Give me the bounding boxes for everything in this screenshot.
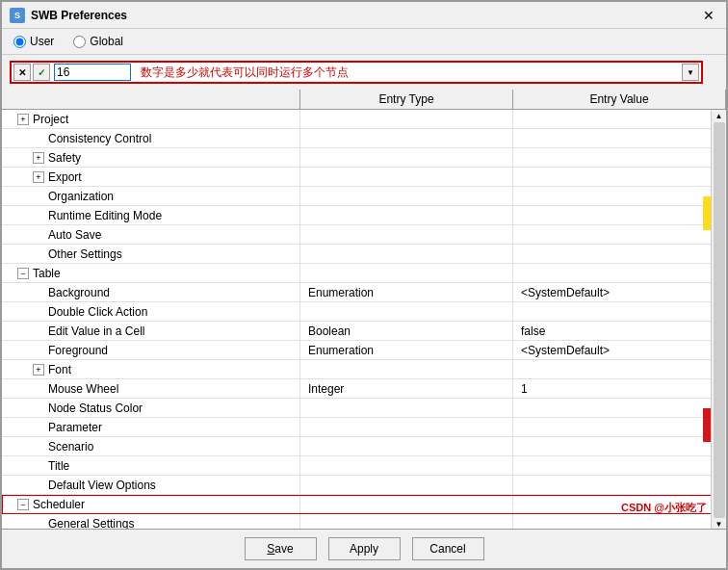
user-radio-option[interactable]: User [13, 35, 54, 48]
scope-selector: User Global [2, 29, 726, 55]
tree-cell-type: Integer [300, 379, 513, 398]
table-row[interactable]: Consistency Control [2, 129, 726, 148]
tree-cell-label[interactable]: Other Settings [2, 245, 300, 263]
tree-cell-value [513, 187, 726, 205]
tree-cell-label[interactable]: Background [2, 283, 300, 301]
cancel-search-button[interactable]: ✕ [13, 64, 31, 81]
table-row[interactable]: − Table [2, 264, 726, 283]
search-actions: ✕ ✓ [13, 64, 50, 81]
search-input[interactable] [54, 64, 131, 81]
table-row[interactable]: Auto Save [2, 225, 726, 245]
tree-cell-type [300, 245, 513, 263]
expand-icon[interactable]: − [17, 499, 29, 510]
tree-cell-label[interactable]: − Scheduler [2, 495, 300, 513]
table-row[interactable]: + Export [2, 168, 726, 187]
tree-cell-value [513, 168, 726, 186]
global-radio[interactable] [73, 36, 86, 48]
red-strip [703, 408, 711, 442]
apply-label: Apply [350, 542, 378, 556]
tree-cell-label[interactable]: Auto Save [2, 225, 300, 244]
expand-icon[interactable]: + [33, 152, 44, 164]
tree-cell-type: Enumeration [300, 341, 513, 359]
footer-buttons: Save Apply Cancel [2, 529, 726, 568]
table-row[interactable]: Background Enumeration <SystemDefault> [2, 283, 726, 302]
table-row[interactable]: Mouse Wheel Integer 1 [2, 379, 726, 399]
confirm-search-button[interactable]: ✓ [33, 64, 50, 81]
app-icon: S [10, 8, 25, 23]
tree-cell-label[interactable]: General Settings [2, 514, 300, 529]
tree-cell-label[interactable]: + Font [2, 360, 300, 378]
yellow-strip [703, 196, 711, 230]
tree-cell-value [513, 225, 726, 244]
expand-icon[interactable]: + [33, 171, 44, 183]
tree-cell-value: <SystemDefault> [513, 283, 726, 301]
tree-cell-label[interactable]: Consistency Control [2, 129, 300, 147]
col-name-header [2, 90, 300, 109]
expand-icon[interactable]: − [17, 268, 29, 279]
global-radio-option[interactable]: Global [73, 35, 123, 48]
table-row[interactable]: + Safety [2, 148, 726, 168]
scroll-down-button[interactable]: ▼ [715, 520, 723, 529]
tree-cell-type [300, 437, 513, 455]
tree-cell-type [300, 110, 513, 128]
tree-cell-label[interactable]: Mouse Wheel [2, 379, 300, 398]
table-row[interactable]: Other Settings [2, 245, 726, 264]
tree-cell-label[interactable]: − Table [2, 264, 300, 282]
table-row[interactable]: Foreground Enumeration <SystemDefault> [2, 341, 726, 360]
table-row[interactable]: Parameter [2, 418, 726, 437]
table-row[interactable]: Node Status Color [2, 399, 726, 418]
tree-cell-type: Enumeration [300, 283, 513, 301]
table-row[interactable]: Double Click Action [2, 302, 726, 322]
table-row[interactable]: − Scheduler [2, 495, 726, 514]
tree-cell-type [300, 399, 513, 417]
user-radio[interactable] [13, 36, 26, 48]
save-button[interactable]: Save [245, 537, 317, 560]
table-row[interactable]: General Settings [2, 514, 726, 529]
tree-cell-label[interactable]: Title [2, 456, 300, 475]
search-dropdown-button[interactable]: ▼ [682, 64, 699, 81]
table-row[interactable]: Edit Value in a Cell Boolean false [2, 322, 726, 341]
expand-icon[interactable]: + [17, 114, 29, 125]
tree-cell-value [513, 110, 726, 128]
tree-cell-value [513, 148, 726, 167]
close-button[interactable]: ✕ [699, 6, 718, 25]
table-row[interactable]: Organization [2, 187, 726, 206]
tree-cell-label[interactable]: Default View Options [2, 476, 300, 494]
scroll-up-button[interactable]: ▲ [715, 112, 723, 120]
tree-cell-label[interactable]: Runtime Editing Mode [2, 206, 300, 224]
table-header: Entry Type Entry Value [2, 90, 726, 110]
search-bar-container: ✕ ✓ 数字是多少就代表可以同时运行多个节点 ▼ [2, 55, 726, 90]
cancel-label: Cancel [429, 542, 465, 556]
apply-button[interactable]: Apply [328, 537, 401, 560]
tree-cell-label[interactable]: Double Click Action [2, 302, 300, 321]
tree-cell-label[interactable]: + Export [2, 168, 300, 186]
tree-cell-label[interactable]: Node Status Color [2, 399, 300, 417]
table-row[interactable]: Title [2, 456, 726, 476]
tree-cell-type [300, 206, 513, 224]
tree-cell-label[interactable]: + Project [2, 110, 300, 128]
col-value-header: Entry Value [513, 90, 726, 109]
table-row[interactable]: + Font [2, 360, 726, 379]
tree-cell-value [513, 264, 726, 282]
tree-cell-label[interactable]: Scenario [2, 437, 300, 455]
scrollbar-track[interactable]: ▲ ▼ [711, 110, 726, 529]
save-label: Save [267, 542, 293, 556]
tree-cell-type [300, 225, 513, 244]
table-row[interactable]: Scenario [2, 437, 726, 456]
tree-cell-value [513, 245, 726, 263]
tree-cell-label[interactable]: Foreground [2, 341, 300, 359]
cancel-button[interactable]: Cancel [412, 537, 484, 560]
preferences-tree[interactable]: + Project Consistency Control + Safety [2, 110, 726, 529]
expand-icon[interactable]: + [33, 364, 44, 376]
table-row[interactable]: Runtime Editing Mode [2, 206, 726, 225]
tree-cell-label[interactable]: Organization [2, 187, 300, 205]
main-window: S SWB Preferences ✕ User Global ✕ ✓ 数字是多… [0, 0, 728, 570]
global-radio-label: Global [90, 35, 123, 48]
tree-cell-type [300, 495, 513, 513]
scroll-thumb[interactable] [714, 122, 725, 518]
tree-cell-label[interactable]: Parameter [2, 418, 300, 436]
tree-cell-label[interactable]: + Safety [2, 148, 300, 167]
table-row[interactable]: + Project [2, 110, 726, 129]
table-row[interactable]: Default View Options [2, 476, 726, 495]
tree-cell-label[interactable]: Edit Value in a Cell [2, 322, 300, 340]
